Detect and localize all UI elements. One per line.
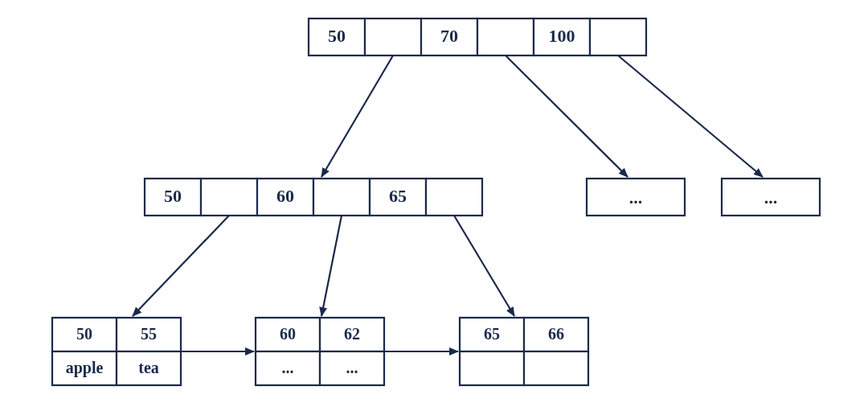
root-node: 50 70 100 xyxy=(309,18,646,55)
arrow-root-to-node2 xyxy=(618,55,763,177)
leaf0-val-1: tea xyxy=(138,359,159,376)
leaf-node-2: 65 66 xyxy=(460,318,588,385)
internal0-key-1: 60 xyxy=(276,186,294,206)
leaf0-val-0: apple xyxy=(66,359,104,377)
svg-rect-1 xyxy=(365,18,421,55)
internal2-label: ... xyxy=(764,187,778,208)
svg-rect-11 xyxy=(426,179,482,216)
internal0-key-2: 65 xyxy=(389,186,407,206)
arrow-node0-to-leaf2 xyxy=(454,216,514,316)
svg-rect-3 xyxy=(477,18,534,55)
leaf1-key-1: 62 xyxy=(344,325,360,343)
svg-rect-9 xyxy=(313,179,370,216)
svg-rect-7 xyxy=(201,179,257,216)
leaf0-key-0: 50 xyxy=(76,325,92,343)
internal1-label: ... xyxy=(629,187,643,208)
root-key-1: 70 xyxy=(440,26,458,46)
leaf1-val-1: ... xyxy=(346,359,358,376)
arrow-node0-to-leaf1 xyxy=(321,216,342,316)
svg-rect-24 xyxy=(460,351,524,385)
leaf1-key-0: 60 xyxy=(280,325,296,343)
root-key-2: 100 xyxy=(549,26,575,46)
internal-node-1: ... xyxy=(587,179,685,216)
internal-node-0: 50 60 65 xyxy=(145,179,482,216)
leaf1-val-0: ... xyxy=(282,359,294,376)
arrow-root-to-node0 xyxy=(321,55,393,177)
leaf0-key-1: 55 xyxy=(141,325,157,343)
arrow-root-to-node1 xyxy=(506,55,628,177)
leaf-node-1: 60 62 ... ... xyxy=(256,318,384,385)
svg-rect-5 xyxy=(590,18,646,55)
leaf2-key-1: 66 xyxy=(548,325,564,343)
leaf2-key-0: 65 xyxy=(484,325,500,343)
svg-rect-25 xyxy=(524,351,588,385)
internal-node-2: ... xyxy=(722,179,820,216)
leaf-node-0: 50 55 apple tea xyxy=(52,318,181,385)
root-key-0: 50 xyxy=(328,26,346,46)
arrow-node0-to-leaf0 xyxy=(133,216,229,316)
internal0-key-0: 50 xyxy=(164,186,182,206)
